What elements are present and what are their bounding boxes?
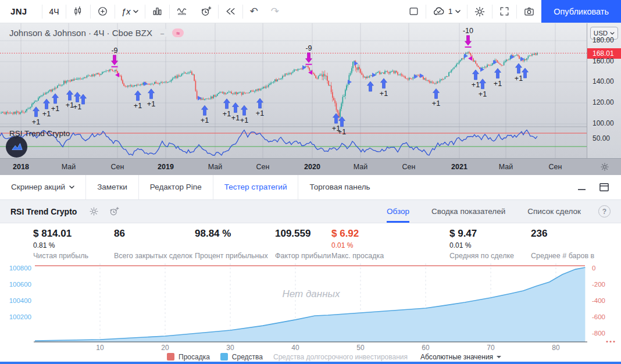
bottom-accent-strip [0,362,621,364]
time-axis-label: Май [62,163,76,171]
fullscreen-button[interactable] [492,0,516,23]
stat-net-profit: $ 814.01 0.81 % Чистая прибыль [33,223,114,262]
drawdown-right-axis-label: -600 [592,313,605,320]
compare-add-button[interactable] [91,0,115,23]
chart-title[interactable]: Johnson & Johnson · 4Ч · Cboe BZX [9,28,152,38]
svg-text:+1: +1 [73,103,81,111]
help-button[interactable]: ? [598,205,611,217]
stat-sub-value: 0.01 % [449,241,531,249]
price-axis-label: 100.00 [593,119,614,127]
status-pill-dash[interactable]: – [156,28,168,37]
svg-text:+1: +1 [32,118,40,126]
replay-button[interactable] [219,0,242,23]
stat-sub-value [531,241,594,249]
cloud-save-button[interactable]: 1 [426,0,467,23]
equity-left-axis-label: 100200 [2,313,31,320]
chart-style-button[interactable] [66,0,90,23]
svg-text:+1: +1 [42,110,51,118]
legend-label: Просадка [179,353,210,361]
stat-value: 98.84 % [195,228,275,240]
svg-text:+1: +1 [494,80,502,88]
strategy-title: RSI Trend Crypto [10,207,77,216]
tester-tabs: Обзор Сводка показателей Список сделок [387,200,581,223]
indicators-button[interactable]: ƒx [115,0,145,23]
alert-add-button[interactable] [194,0,218,23]
tab-screener[interactable]: Скринер акций [0,174,85,199]
camera-icon [523,6,535,17]
scale-mode-label: Абсолютные значения [420,353,493,361]
legend-item-equity[interactable]: Средства [220,353,263,361]
svg-text:+1: +1 [223,110,231,118]
layout-button[interactable] [402,0,426,23]
axis-settings-gear-icon[interactable] [600,162,609,172]
stat-avg-bars: 236 Среднее # баров в [531,223,594,262]
settings-button[interactable] [467,0,492,23]
time-axis-label: 2018 [13,163,29,171]
tester-tab-overview[interactable]: Обзор [387,200,409,223]
time-axis-label: Сен [549,163,562,171]
undo-icon: ↶ [249,6,258,16]
indicator-templates-button[interactable] [145,0,169,23]
legend-item-drawdown[interactable]: Просадка [167,353,210,361]
rsi-axis-label: 50.00 [593,134,610,142]
equity-canvas [0,262,621,343]
stat-avg-trade: $ 9.47 0.01 % Средняя по сделке [449,223,531,262]
tab-label: Редактор Pine [150,183,202,191]
status-pill-delayed-data[interactable]: ≈ [172,28,184,37]
strategy-alert-icon[interactable] [109,206,119,217]
equity-left-axis-label: 100800 [2,265,31,272]
time-axis-label: Сен [256,163,270,171]
stat-profit-factor: 109.559 Фактор прибыли [275,223,331,262]
maximize-panel-icon[interactable] [599,183,609,192]
legend-item-buy-and-hold[interactable]: Средства долгосрочного инвестирования [273,353,408,361]
chart-area: Johnson & Johnson · 4Ч · Cboe BZX – ≈ +1… [0,23,621,174]
interval-button[interactable]: 4Ч [42,0,65,23]
tab-trading-panel[interactable]: Торговая панель [298,174,381,199]
redo-button[interactable]: ↷ [265,0,285,23]
stat-sub-value [195,241,275,249]
fx-icon: ƒx [122,6,131,16]
equity-swatch [220,353,228,361]
undo-button[interactable]: ↶ [243,0,264,23]
tab-pine-editor[interactable]: Редактор Pine [139,174,213,199]
svg-text:+1: +1 [338,128,346,136]
bottom-panel-tabs: Скринер акций Заметки Редактор Pine Тест… [0,174,621,200]
screenshot-button[interactable] [517,0,541,23]
equity-x-tick-label: 30 [226,344,234,352]
caret-down-icon [497,356,501,361]
tester-tab-performance[interactable]: Сводка показателей [431,200,505,223]
stat-value: $ 6.92 [331,228,449,240]
rsi-indicator-title[interactable]: RSI Trend Crypto [9,129,70,138]
svg-text:+1: +1 [147,100,155,108]
time-axis[interactable]: 2018МайСен2019МайСен2020МайСен2021МайСен [0,158,621,175]
stat-sub-value: 0.81 % [33,241,114,249]
stat-sub-value: 0.01 % [331,241,449,249]
scale-mode-dropdown[interactable]: Абсолютные значения [420,353,501,361]
tab-label: Заметки [97,183,127,191]
drawdown-right-axis-label: -400 [592,297,605,304]
gear-icon [474,6,486,17]
equity-x-tick-label: 70 [487,344,494,352]
drawdown-right-axis-label: 0 [592,265,595,272]
tab-strategy-tester[interactable]: Тестер стратегий [213,174,298,199]
strategy-tester-header: RSI Trend Crypto Обзор Сводка показателе… [0,200,621,223]
equity-x-tick-label: 60 [422,344,429,352]
price-axis[interactable]: USD 168.01 180.00160.00140.00120.00100.0… [587,23,621,158]
symbol-button[interactable]: JNJ [0,0,42,23]
svg-text:+1: +1 [201,116,209,124]
equity-legend: Просадка Средства Средства долгосрочного… [0,352,621,362]
stat-total-trades: 86 Всего закрытых сделок [114,223,195,262]
stat-label: Средняя по сделке [449,252,531,260]
layout-icon [408,6,419,17]
svg-text:+1: +1 [472,81,480,89]
hotlist-button[interactable] [170,0,194,23]
time-axis-label: Сен [111,163,124,171]
tab-notes[interactable]: Заметки [86,174,138,199]
publish-button[interactable]: Опубликовать [541,0,621,23]
strategy-settings-gear-icon[interactable] [89,206,99,216]
stat-value: 109.559 [275,228,331,240]
main-chart-canvas[interactable]: +1+1+1+1+1+1+1+1+1+1+1+1+1+1+1+1+1+1+1+1… [0,23,587,158]
minimize-panel-icon[interactable] [577,183,586,191]
tester-tab-trades[interactable]: Список сделок [527,200,581,223]
equity-x-tick-label: 10 [96,344,104,352]
